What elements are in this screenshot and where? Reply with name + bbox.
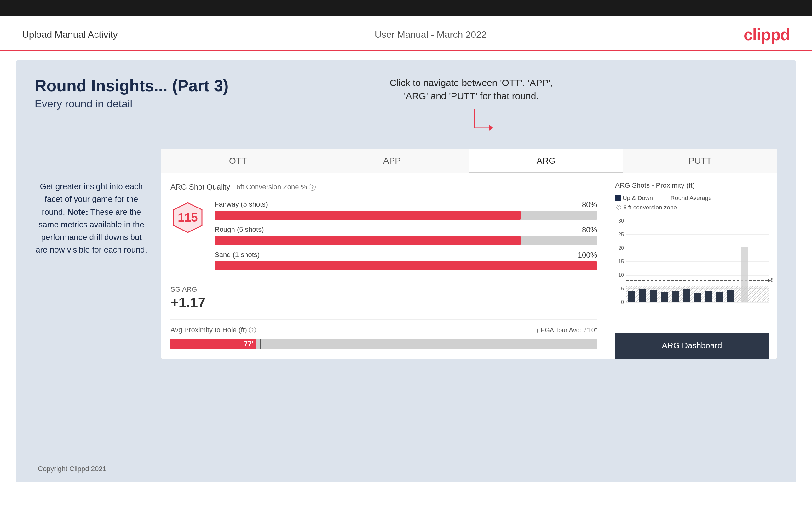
- prox-value: 77': [244, 340, 253, 348]
- svg-rect-24: [639, 289, 646, 302]
- svg-text:25: 25: [618, 232, 624, 237]
- legend-round-avg: Round Average: [659, 194, 712, 202]
- svg-text:5: 5: [621, 286, 624, 291]
- footer-text: Copyright Clippd 2021: [38, 465, 106, 473]
- bar-fill: [215, 261, 597, 270]
- bar-pct: 100%: [578, 251, 597, 260]
- panel-body: ARG Shot Quality 6ft Conversion Zone % ?…: [161, 173, 777, 359]
- section-header: ARG Shot Quality 6ft Conversion Zone % ?: [170, 183, 597, 191]
- user-manual-date: User Manual - March 2022: [375, 29, 487, 40]
- tab-arg[interactable]: ARG: [469, 149, 623, 173]
- sg-row: SG ARG +1.17: [170, 285, 597, 311]
- chart-title: ARG Shots - Proximity (ft): [615, 181, 695, 189]
- legend-items-row2: 6 ft conversion zone: [616, 204, 769, 211]
- right-panel: ARG Shots - Proximity (ft) Up & Down Rou…: [607, 173, 777, 359]
- dashboard-panel: OTT APP ARG PUTT ARG Shot Quality 6ft Co…: [161, 149, 777, 359]
- svg-rect-28: [683, 289, 690, 302]
- bar-pct: 80%: [582, 225, 597, 234]
- help-icon[interactable]: ?: [309, 184, 316, 190]
- prox-bar-track: 77': [170, 339, 597, 349]
- svg-text:0: 0: [621, 299, 624, 305]
- sg-label: SG ARG: [170, 285, 597, 293]
- svg-rect-26: [661, 292, 668, 302]
- upload-manual-activity-label: Upload Manual Activity: [22, 29, 118, 40]
- bar-row-sand: Sand (1 shots) 100%: [215, 251, 597, 270]
- hex-score-row: 115 Fairway (5 shots) 80%: [170, 200, 597, 276]
- prox-label: Avg Proximity to Hole (ft) ?: [170, 326, 256, 334]
- chart-svg: 0 5 10 15 20 25 30: [615, 217, 773, 305]
- tab-putt[interactable]: PUTT: [623, 149, 777, 173]
- bar-label-row: Sand (1 shots) 100%: [215, 251, 597, 260]
- svg-rect-31: [716, 292, 723, 302]
- nav-hint-text: Click to navigate between 'OTT', 'APP','…: [390, 76, 553, 103]
- svg-rect-33: [741, 247, 748, 302]
- bar-label-row: Fairway (5 shots) 80%: [215, 200, 597, 209]
- hexagon-score: 115: [170, 200, 205, 235]
- bar-fill: [215, 236, 520, 245]
- svg-rect-29: [694, 293, 701, 302]
- prox-bar-fill: 77': [170, 339, 256, 349]
- tab-ott[interactable]: OTT: [161, 149, 315, 173]
- left-description: Get greater insight into each facet of y…: [35, 180, 148, 256]
- svg-rect-32: [727, 290, 734, 302]
- header: Upload Manual Activity User Manual - Mar…: [0, 16, 812, 51]
- prox-help-icon[interactable]: ?: [249, 327, 256, 334]
- bar-row-fairway: Fairway (5 shots) 80%: [215, 200, 597, 220]
- bar-track: [215, 261, 597, 270]
- bar-track: [215, 211, 597, 220]
- tab-app[interactable]: APP: [315, 149, 469, 173]
- legend-up-down: Up & Down: [615, 194, 653, 202]
- legend-6ft-label: 6 ft conversion zone: [623, 204, 677, 211]
- section-title: ARG Shot Quality: [170, 183, 230, 191]
- top-bar: [0, 0, 812, 16]
- svg-rect-25: [650, 290, 657, 302]
- bar-label-row: Rough (5 shots) 80%: [215, 225, 597, 234]
- tab-row: OTT APP ARG PUTT: [161, 149, 777, 173]
- bar-fill: [215, 211, 520, 220]
- svg-marker-2: [489, 125, 494, 131]
- bar-label: Rough (5 shots): [215, 225, 264, 234]
- sg-value: +1.17: [170, 295, 597, 311]
- svg-rect-27: [672, 291, 679, 302]
- main-content: Round Insights... (Part 3) Every round i…: [16, 60, 796, 483]
- legend-round-avg-label: Round Average: [670, 194, 712, 202]
- legend-6ft-zone: 6 ft conversion zone: [616, 204, 677, 211]
- legend-items: Up & Down Round Average: [615, 194, 712, 202]
- clippd-logo: clippd: [744, 25, 790, 44]
- arrow-icon: [471, 106, 497, 137]
- prox-header: Avg Proximity to Hole (ft) ? ↑ PGA Tour …: [170, 326, 597, 334]
- dashboard-button[interactable]: ARG Dashboard: [615, 333, 769, 359]
- nav-hint: Click to navigate between 'OTT', 'APP','…: [390, 76, 553, 137]
- hex-value: 115: [178, 211, 198, 225]
- chart-area: 0 5 10 15 20 25 30: [615, 217, 769, 333]
- bar-track: [215, 236, 597, 245]
- pga-avg: ↑ PGA Tour Avg: 7'10": [536, 327, 597, 334]
- arrow-container: [390, 106, 553, 137]
- svg-text:10: 10: [618, 272, 624, 278]
- svg-rect-23: [628, 291, 635, 302]
- svg-text:20: 20: [618, 245, 624, 251]
- bar-row-rough: Rough (5 shots) 80%: [215, 225, 597, 245]
- bar-rows: Fairway (5 shots) 80% Rough (5 shots): [215, 200, 597, 276]
- bar-label: Sand (1 shots): [215, 251, 260, 260]
- svg-text:15: 15: [618, 259, 624, 264]
- left-panel: ARG Shot Quality 6ft Conversion Zone % ?…: [161, 173, 607, 359]
- legend-hatch-icon: [616, 205, 621, 210]
- proximity-section: Avg Proximity to Hole (ft) ? ↑ PGA Tour …: [170, 319, 597, 349]
- bar-label: Fairway (5 shots): [215, 200, 268, 209]
- legend-square-icon: [615, 195, 621, 201]
- section-subtitle: 6ft Conversion Zone % ?: [236, 183, 316, 191]
- prox-cursor: [260, 339, 261, 349]
- svg-text:8: 8: [771, 277, 773, 283]
- svg-text:30: 30: [618, 218, 624, 224]
- legend-dashed-icon: [659, 198, 669, 199]
- svg-rect-30: [705, 291, 712, 302]
- legend-up-down-label: Up & Down: [623, 194, 653, 202]
- chart-header: ARG Shots - Proximity (ft) Up & Down Rou…: [615, 181, 769, 202]
- bar-pct: 80%: [582, 200, 597, 209]
